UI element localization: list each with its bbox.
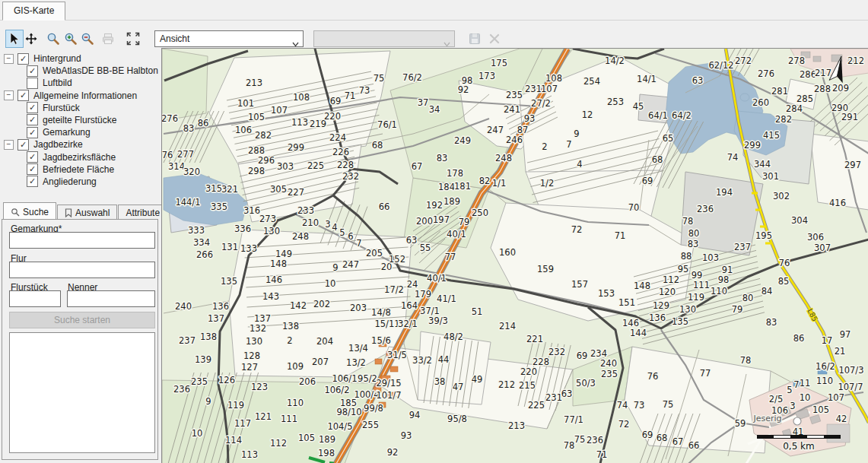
layer-checkbox[interactable]: ✓ (27, 151, 38, 163)
pan-tool-button[interactable] (22, 30, 40, 48)
layer-checkbox[interactable]: ✓ (17, 90, 29, 101)
layer-item[interactable]: −✓Hintergrund (4, 52, 159, 65)
layer-item[interactable]: ✓Flurstück (27, 102, 159, 114)
parcel-number-label: 130 (679, 304, 696, 315)
layer-label: Angliederung (43, 176, 97, 187)
layer-label: Gemarkung (43, 127, 91, 138)
parcel-number-label: 202 (313, 299, 330, 309)
layer-checkbox[interactable]: ✓ (27, 127, 38, 138)
parcel-number-label: 235 (506, 90, 523, 100)
layer-item[interactable]: ✓Jagdbezirksfläche (27, 151, 159, 163)
layer-item[interactable]: −✓Allgemeine Informationen (4, 90, 159, 102)
layer-item[interactable]: ✓geteilte Flurstücke (27, 114, 159, 126)
parcel-number-label: 70 (628, 202, 640, 213)
results-listbox[interactable] (9, 332, 155, 453)
parcel-number-label: 92 (458, 84, 469, 95)
place-name-label: Jeserig (752, 414, 781, 423)
scale-label: 0,5 km (783, 441, 815, 452)
fullscreen-tool-button[interactable] (124, 30, 142, 48)
parcel-number-label: 181 (454, 181, 471, 192)
layer-checkbox[interactable]: ✓ (17, 53, 29, 65)
layer-checkbox[interactable]: ✓ (17, 139, 29, 151)
suche-starten-button[interactable]: Suche starten (9, 312, 155, 328)
layer-item[interactable]: ✓Gemarkung (27, 126, 159, 138)
parcel-number-label: 105 (248, 112, 265, 122)
parcel-number-label: 86 (793, 333, 805, 344)
map-canvas[interactable]: 2131011081071051132192201062822768386277… (162, 49, 868, 463)
parcel-number-label: 73 (634, 400, 645, 411)
parcel-number-label: 135 (672, 316, 688, 327)
parcel-number-label: 9 (574, 128, 579, 139)
parcel-number-label: 74 (617, 400, 628, 411)
parcel-number-label: 120 (659, 287, 676, 297)
zoom-out-tool-button[interactable] (78, 30, 97, 48)
parcel-number-label: 148 (634, 281, 650, 291)
parcel-number-label: 315 (205, 183, 222, 194)
parcel-number-label: 66 (379, 201, 390, 212)
parcel-number-label: 225 (307, 160, 324, 171)
tab-auswahl[interactable]: Auswahl (57, 205, 117, 220)
tab-suche[interactable]: Suche (3, 202, 56, 220)
parcel-number-label: 69 (642, 176, 653, 186)
flur-input[interactable] (9, 262, 155, 278)
tab-label: Auswahl (75, 205, 110, 220)
parcel-number-label: 247 (342, 259, 359, 270)
parcel-number-label: 75 (663, 399, 674, 410)
tab-gis-karte[interactable]: GIS-Karte (2, 2, 65, 21)
layer-checkbox[interactable]: ✓ (27, 65, 38, 77)
layer-label: Jagdbezirksfläche (43, 152, 116, 163)
layer-item[interactable]: −✓Jagdbezirke (4, 138, 159, 151)
parcel-number-label: 2/5 (769, 394, 784, 404)
tab-label: Suche (23, 205, 49, 220)
layer-checkbox[interactable]: ✓ (27, 102, 38, 113)
parcel-number-label: 139 (195, 354, 211, 365)
layer-item[interactable]: ✓WebAtlasDE BB-BE Halbton (27, 65, 159, 77)
tab-attribute[interactable]: Attribute (118, 205, 167, 220)
printer-icon (101, 32, 115, 46)
magnify-tool-button[interactable] (44, 30, 62, 48)
layer-checkbox[interactable]: ✓ (27, 114, 38, 125)
cursor-icon (8, 32, 21, 46)
expander-icon[interactable]: − (4, 54, 14, 64)
parcel-number-label: 1/2 (540, 178, 555, 189)
parcel-number-label: 39/3 (428, 316, 448, 326)
save-button (466, 30, 484, 48)
parcel-number-label: 40/1 (447, 229, 466, 239)
view-dropdown[interactable]: Ansicht (154, 30, 304, 47)
select-tool-button[interactable] (5, 30, 24, 48)
layer-item[interactable]: Luftbild (27, 77, 159, 89)
parcel-number-label: 78 (682, 216, 694, 227)
gemarkung-input[interactable] (9, 232, 155, 249)
layer-checkbox[interactable] (27, 78, 38, 89)
parcel-number-label: 344 (754, 159, 771, 170)
parcel-number-label: 314 (168, 161, 185, 172)
layer-item[interactable]: ✓Befriedete Fläche (27, 163, 159, 176)
expander-icon[interactable]: − (4, 140, 14, 150)
parcel-number-label: 3 (790, 401, 795, 411)
expander-icon[interactable]: − (4, 90, 14, 100)
parcel-number-label: 236 (173, 384, 190, 395)
parcel-number-label: 48/2 (444, 331, 463, 342)
parcel-number-label: 85 (778, 276, 790, 287)
parcel-number-label: 106/1 (332, 373, 357, 384)
layer-item[interactable]: ✓Angliederung (27, 176, 159, 188)
parcel-number-label: 146 (622, 318, 639, 328)
parcel-number-label: 113 (241, 449, 258, 460)
parcel-number-label: 76 (162, 150, 173, 160)
layer-checkbox[interactable]: ✓ (27, 176, 38, 187)
parcel-number-label: 415 (763, 130, 780, 141)
flurstueck-input[interactable] (9, 290, 61, 307)
parcel-number-label: 148 (270, 258, 287, 269)
parcel-number-label: 138 (200, 331, 217, 342)
parcel-number-label: 206 (299, 376, 316, 387)
nenner-input[interactable] (67, 290, 155, 307)
parcel-number-label: 285 (796, 94, 813, 104)
layer-checkbox[interactable]: ✓ (27, 163, 38, 175)
parcel-number-label: 91 (722, 265, 733, 275)
panel-tabs: SucheAuswahlAttribute (3, 202, 168, 220)
map-viewport[interactable]: 2131011081071051132192201062822768386277… (161, 48, 868, 463)
close-button (485, 30, 504, 48)
parcel-number-label: 220 (520, 366, 537, 377)
zoom-in-tool-button[interactable] (62, 30, 80, 48)
parcel-number-label: 10 (800, 392, 811, 403)
